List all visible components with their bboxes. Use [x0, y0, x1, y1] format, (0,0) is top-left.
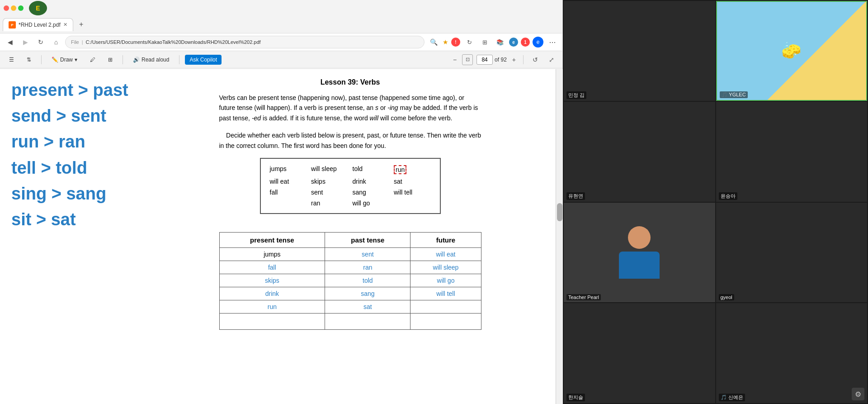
participant-name-yunseunga: 윤승아 [719, 192, 737, 200]
zoom-out-button[interactable]: − [451, 55, 458, 64]
home-button[interactable]: ⌂ [50, 36, 62, 48]
edge-icon: e [533, 37, 543, 48]
future-will-go: will go [410, 274, 481, 287]
word-bank-box: jumps will sleep told run will eat skips… [260, 158, 441, 214]
col-header-past: past tense [325, 232, 410, 247]
back-button[interactable]: ◀ [4, 36, 16, 48]
participant-cell-gyeol: gyeol [716, 203, 868, 303]
verb-pair-4: tell > told [11, 156, 133, 180]
present-skips: skips [219, 274, 325, 287]
wb-cell-7: drink [353, 177, 390, 186]
past-sent: sent [325, 247, 410, 261]
browser-button-1[interactable]: ↻ [463, 36, 476, 48]
draw-label: Draw [60, 57, 73, 63]
participant-cell-minjung: 민정 김 [564, 1, 715, 101]
wb-cell-10: sent [311, 188, 348, 197]
tab-close-button[interactable]: ✕ [63, 22, 67, 28]
toolbar-menu-button[interactable]: ☰ [5, 55, 19, 65]
present-drink: drink [219, 287, 325, 300]
future-will-eat: will eat [410, 247, 481, 261]
browser-button-2[interactable]: ⊞ [478, 36, 491, 48]
past-ran: ran [325, 261, 410, 274]
future-empty-1 [410, 313, 481, 329]
pdf-page: Lesson 39: Verbs Verbs can be present te… [145, 69, 556, 404]
wb-cell-3: told [353, 164, 390, 175]
table-row [219, 313, 481, 329]
table-row: run sat [219, 300, 481, 313]
collections-button[interactable]: 📚 [494, 36, 506, 48]
participant-name-yglec: 🎵 YGLEC [720, 91, 748, 98]
fullscreen-button[interactable]: ⤢ [545, 53, 558, 66]
participant-name-gyeol: gyeol [719, 294, 734, 300]
forward-button[interactable]: ▶ [19, 36, 32, 48]
title-bar: E [0, 0, 562, 16]
fit-page-button[interactable]: ⊡ [462, 54, 473, 65]
table-row: jumps sent will eat [219, 247, 481, 261]
ask-copilot-button[interactable]: Ask Copilot [185, 55, 222, 65]
col-header-future: future [410, 232, 481, 247]
address-field[interactable]: File | C:/Users/USER/Documents/KakaoTalk… [65, 36, 425, 48]
more-options-button[interactable]: ··· [546, 36, 559, 48]
rotate-button[interactable]: ↺ [529, 53, 542, 66]
future-will-tell: will tell [410, 287, 481, 300]
verb-pair-6: sit > sat [11, 208, 133, 232]
toolbar-navigate-button[interactable]: ⇅ [22, 55, 36, 65]
toolbar-divider-4 [523, 55, 524, 64]
edge-copilot-icon: e [509, 38, 518, 47]
settings-button[interactable]: ⚙ [852, 388, 864, 400]
toolbar-draw-button[interactable]: ✏️ Draw ▾ [47, 55, 82, 65]
logo: E [29, 1, 47, 15]
participant-cell-sinyeon: 🎵 신예은 [716, 303, 868, 403]
participant-cell-teacher: Teacher Pearl [564, 203, 715, 303]
wb-cell-2: will sleep [311, 164, 348, 175]
verb-pair-1: present > past [11, 78, 133, 102]
past-empty-1 [325, 313, 410, 329]
pdf-toolbar: ☰ ⇅ ✏️ Draw ▾ 🖊 ⊞ 🔊 Read aloud Ask Copil… [0, 51, 562, 68]
new-tab-button[interactable]: + [75, 18, 88, 31]
notification-badge: 1 [521, 38, 530, 47]
past-sang: sang [325, 287, 410, 300]
wb-cell-12: will tell [394, 188, 431, 197]
present-fall: fall [219, 261, 325, 274]
wb-cell-5: will eat [270, 177, 307, 186]
participant-cell-yglec: 🧽 🎵 YGLEC [716, 1, 868, 101]
participant-cell-yunseunga: 윤승아 [716, 102, 868, 202]
address-text: C:/Users/USER/Documents/KakaoTalk%20Down… [86, 39, 261, 45]
page-number-input[interactable] [476, 55, 493, 65]
read-aloud-label: Read aloud [142, 57, 169, 63]
file-label: File [71, 39, 79, 45]
participant-name-minjung: 민정 김 [566, 91, 586, 99]
search-button[interactable]: 🔍 [427, 36, 440, 48]
bookmark-button[interactable]: ★ [443, 38, 448, 46]
verb-pair-3: run > ran [11, 130, 133, 154]
lesson-instruction: Decide whether each verb listed below is… [219, 130, 481, 151]
word-bank-grid: jumps will sleep told run will eat skips… [270, 164, 431, 208]
wb-cell-15: will go [353, 199, 390, 208]
table-row: skips told will go [219, 274, 481, 287]
table-row: fall ran will sleep [219, 261, 481, 274]
refresh-button[interactable]: ↻ [34, 36, 47, 48]
participant-name-sinyeon: 🎵 신예은 [719, 394, 745, 401]
wb-cell-14: ran [311, 199, 348, 208]
pen-icon: ✏️ [52, 57, 58, 63]
teacher-video-bg [564, 203, 715, 303]
verb-pair-2: send > sent [11, 104, 133, 128]
read-aloud-button[interactable]: 🔊 Read aloud [128, 55, 174, 65]
browser-window: E P *RHD Level 2.pdf ✕ + ◀ ▶ ↻ ⌂ File | … [0, 0, 563, 404]
scrollbar-thumb[interactable] [557, 203, 562, 221]
wb-cell-6: skips [311, 177, 348, 186]
run-highlight: run [394, 165, 406, 174]
past-sat: sat [325, 300, 410, 313]
toolbar-divider-1 [41, 55, 42, 64]
zoom-in-button[interactable]: + [510, 55, 518, 64]
fit-button[interactable]: ⊞ [104, 55, 117, 65]
highlighter-button[interactable]: 🖊 [85, 55, 100, 65]
active-tab[interactable]: P *RHD Level 2.pdf ✕ [3, 18, 73, 31]
spongebob-emoji: 🧽 [781, 43, 802, 59]
pdf-scrollbar[interactable] [556, 69, 563, 404]
pdf-page-inner: Lesson 39: Verbs Verbs can be present te… [219, 78, 481, 330]
wb-cell-4: run [394, 164, 431, 175]
tab-title: *RHD Level 2.pdf [19, 22, 61, 28]
svg-text:P: P [11, 23, 14, 27]
page-total: of 92 [495, 57, 507, 63]
